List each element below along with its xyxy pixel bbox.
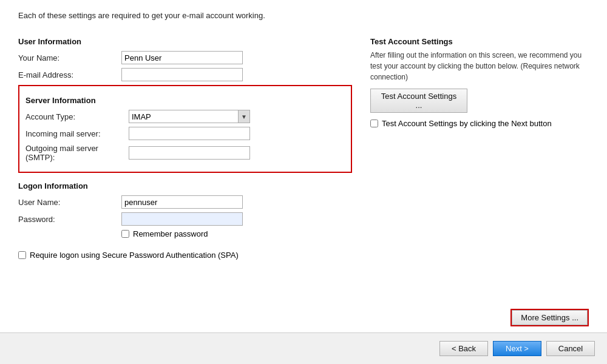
- your-name-label: Your Name:: [18, 53, 121, 62]
- outgoing-server-row: Outgoing mail server (SMTP):: [25, 144, 345, 162]
- password-input[interactable]: [121, 212, 243, 226]
- remember-password-checkbox-row: Remember password: [121, 229, 208, 238]
- email-row: E-mail Address:: [18, 68, 352, 81]
- more-settings-button[interactable]: More Settings ...: [512, 310, 588, 325]
- dialog: Each of these settings are required to g…: [0, 0, 607, 364]
- left-bottom: Require logon using Secure Password Auth…: [18, 248, 352, 263]
- outgoing-server-input[interactable]: [129, 146, 250, 160]
- test-settings-button[interactable]: Test Account Settings ...: [370, 89, 467, 113]
- server-info-box: Server Information Account Type: IMAP PO…: [18, 85, 352, 173]
- username-label: User Name:: [18, 198, 121, 207]
- test-account-title: Test Account Settings: [370, 37, 589, 46]
- spa-row: Require logon using Secure Password Auth…: [18, 251, 352, 260]
- email-label: E-mail Address:: [18, 70, 121, 79]
- spa-checkbox[interactable]: [18, 251, 26, 259]
- password-label: Password:: [18, 215, 121, 224]
- right-panel: Test Account Settings After filling out …: [370, 32, 589, 326]
- server-info-title: Server Information: [25, 96, 345, 105]
- user-info-title: User Information: [18, 37, 352, 46]
- incoming-server-row: Incoming mail server:: [25, 127, 345, 140]
- email-input[interactable]: [121, 68, 243, 81]
- outgoing-server-label: Outgoing mail server (SMTP):: [25, 144, 129, 162]
- incoming-server-input[interactable]: [129, 127, 250, 140]
- your-name-row: Your Name:: [18, 51, 352, 64]
- next-button[interactable]: Next >: [493, 341, 541, 356]
- username-input[interactable]: [121, 195, 243, 209]
- footer: < Back Next > Cancel: [0, 332, 607, 364]
- remember-password-checkbox[interactable]: [121, 230, 129, 238]
- spa-label: Require logon using Secure Password Auth…: [30, 251, 239, 260]
- cancel-button[interactable]: Cancel: [546, 341, 595, 356]
- account-type-select[interactable]: IMAP POP3: [129, 110, 250, 123]
- username-row: User Name:: [18, 195, 352, 209]
- left-panel: User Information Your Name: E-mail Addre…: [18, 32, 352, 326]
- account-type-label: Account Type:: [25, 112, 129, 121]
- test-account-description: After filling out the information on thi…: [370, 50, 589, 83]
- logon-info-title: Logon Information: [18, 181, 352, 190]
- account-type-row: Account Type: IMAP POP3 ▼: [25, 110, 345, 123]
- auto-test-checkbox[interactable]: [370, 120, 378, 127]
- remember-password-row: Remember password: [121, 229, 352, 242]
- auto-test-label: Test Account Settings by clicking the Ne…: [382, 119, 552, 128]
- password-row: Password:: [18, 212, 352, 226]
- intro-text: Each of these settings are required to g…: [0, 0, 607, 26]
- main-content: User Information Your Name: E-mail Addre…: [0, 26, 607, 332]
- remember-password-label: Remember password: [133, 229, 208, 238]
- account-type-select-wrapper: IMAP POP3 ▼: [129, 110, 250, 123]
- your-name-input[interactable]: [121, 51, 243, 64]
- auto-test-row: Test Account Settings by clicking the Ne…: [370, 119, 589, 128]
- right-bottom: More Settings ...: [370, 309, 589, 326]
- incoming-server-label: Incoming mail server:: [25, 129, 129, 138]
- more-settings-box: More Settings ...: [510, 309, 589, 326]
- right-panel-inner: Test Account Settings After filling out …: [370, 32, 589, 326]
- back-button[interactable]: < Back: [439, 341, 488, 356]
